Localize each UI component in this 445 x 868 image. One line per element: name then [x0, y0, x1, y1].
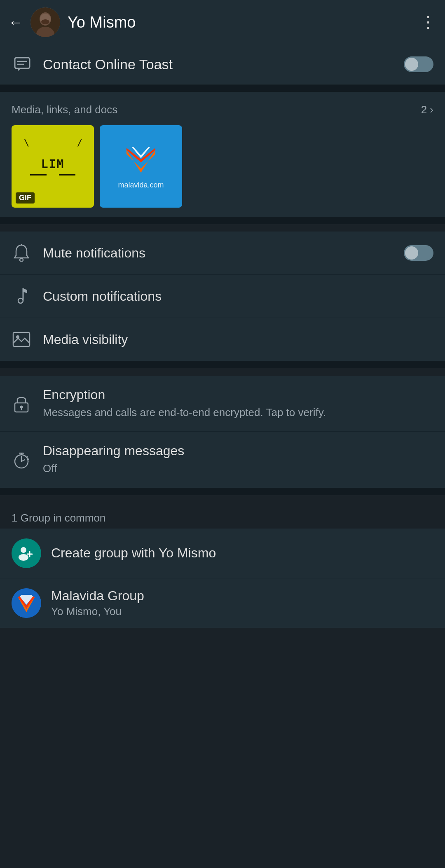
settings-item-mute[interactable]: Mute notifications [0, 232, 445, 275]
media-thumb-malavida[interactable]: malavida.com [100, 125, 182, 208]
image-svg [12, 332, 30, 347]
malavida-group-content: Malavida Group Yo Mismo, You [51, 588, 433, 618]
chat-icon [14, 56, 31, 73]
malavida-group-avatar-svg [12, 588, 41, 618]
contact-online-toast-row[interactable]: Contact Online Toast [0, 44, 445, 84]
more-options-button[interactable]: ⋮ [420, 13, 437, 31]
disappearing-label: Disappearing messages [43, 443, 184, 458]
timer-icon [12, 450, 31, 470]
encryption-sublabel: Messages and calls are end-to-end encryp… [43, 405, 433, 420]
section-divider-3 [0, 361, 445, 368]
avatar-svg [30, 7, 60, 37]
mute-notifications-content: Mute notifications [43, 246, 392, 261]
bell-icon [12, 243, 31, 263]
lock-svg [14, 395, 29, 413]
malavida-group-item[interactable]: Malavida Group Yo Mismo, You [0, 578, 445, 628]
settings-item-encryption[interactable]: Encryption Messages and calls are end-to… [0, 376, 445, 432]
settings-section-2: Encryption Messages and calls are end-to… [0, 376, 445, 488]
lim-line-right [59, 174, 75, 175]
groups-section: 1 Group in common Create group with Yo M… [0, 503, 445, 628]
encryption-content: Encryption Messages and calls are end-to… [43, 387, 433, 420]
page-title: Yo Mismo [68, 14, 413, 31]
create-group-content: Create group with Yo Mismo [51, 545, 433, 561]
settings-item-media-visibility[interactable]: Media visibility [0, 318, 445, 361]
lock-icon [12, 394, 31, 414]
disappearing-sublabel: Off [43, 461, 433, 476]
svg-point-25 [19, 554, 28, 561]
svg-rect-14 [13, 332, 30, 346]
bell-svg [14, 244, 29, 262]
section-divider-2 [0, 217, 445, 224]
settings-item-custom[interactable]: Custom notifications [0, 275, 445, 318]
media-visibility-content: Media visibility [43, 332, 433, 347]
mute-toggle-knob [405, 246, 418, 260]
disappearing-content: Disappearing messages Off [43, 443, 433, 476]
mute-notifications-toggle[interactable] [404, 245, 433, 261]
media-visibility-label: Media visibility [43, 332, 128, 347]
malavida-logo-svg [120, 144, 162, 177]
timer-svg [13, 451, 30, 469]
avatar-image [30, 7, 60, 37]
create-group-name: Create group with Yo Mismo [51, 545, 216, 560]
section-divider-1 [0, 84, 445, 92]
malavida-group-name: Malavida Group [51, 588, 144, 603]
create-group-icon [17, 544, 35, 562]
music-note-icon [12, 286, 31, 306]
lim-lines [30, 174, 75, 175]
custom-notifications-content: Custom notifications [43, 289, 433, 304]
media-thumb-gif[interactable]: \ / LIM GIF [12, 125, 94, 208]
groups-section-header: 1 Group in common [0, 503, 445, 529]
media-header: Media, links, and docs 2 › [12, 103, 433, 116]
svg-point-10 [20, 258, 23, 262]
media-count-link[interactable]: 2 › [421, 103, 433, 116]
gif-badge: GIF [16, 192, 35, 204]
encryption-label: Encryption [43, 387, 105, 402]
media-title: Media, links, and docs [12, 103, 117, 116]
toggle-knob [405, 58, 418, 71]
custom-notifications-label: Custom notifications [43, 289, 162, 304]
contact-online-toast-label: Contact Online Toast [43, 56, 394, 73]
lim-text: LIM [41, 157, 65, 171]
create-group-avatar [12, 538, 41, 568]
svg-point-12 [18, 298, 23, 303]
malavida-group-avatar [12, 588, 41, 618]
malavida-url: malavida.com [118, 181, 164, 190]
back-button[interactable]: ← [8, 14, 23, 31]
settings-section: Mute notifications Custom notifications [0, 232, 445, 361]
avatar[interactable] [30, 7, 60, 37]
svg-point-24 [21, 547, 26, 553]
section-divider-4 [0, 488, 445, 495]
music-note-svg [15, 288, 28, 305]
malavida-group-members: Yo Mismo, You [51, 605, 433, 618]
lim-line-left [30, 174, 47, 175]
svg-point-17 [20, 405, 23, 408]
malavida-thumbnail: malavida.com [100, 125, 182, 208]
svg-point-4 [41, 19, 49, 24]
settings-item-disappearing[interactable]: Disappearing messages Off [0, 432, 445, 487]
contact-online-toast-toggle[interactable] [404, 56, 433, 72]
message-icon [12, 54, 33, 75]
create-group-item[interactable]: Create group with Yo Mismo [0, 529, 445, 578]
header: ← Yo Mismo ⋮ [0, 0, 445, 44]
mute-notifications-label: Mute notifications [43, 246, 145, 260]
media-grid: \ / LIM GIF [12, 125, 433, 208]
image-icon [12, 330, 31, 349]
media-section: Media, links, and docs 2 › \ / LIM GIF [0, 92, 445, 217]
svg-rect-5 [15, 58, 30, 68]
gif-thumbnail: \ / LIM GIF [12, 125, 94, 208]
